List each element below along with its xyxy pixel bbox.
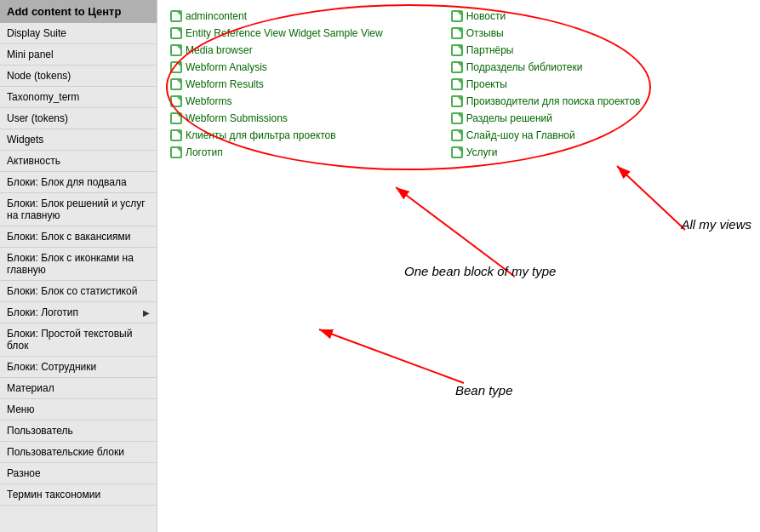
sidebar-item-20[interactable]: Термин таксономии xyxy=(0,484,157,506)
sidebar-item-18[interactable]: Пользовательские блоки xyxy=(0,442,157,463)
content-grid: admincontentEntity Reference View Widget… xyxy=(170,9,747,160)
sidebar-item-label-14: Блоки: Сотрудники xyxy=(7,361,96,373)
item-icon-right-6 xyxy=(451,112,463,124)
sidebar-item-19[interactable]: Разное xyxy=(0,463,157,484)
sidebar: Add content to Центр Display SuiteMini p… xyxy=(0,0,157,532)
item-icon-left-7 xyxy=(170,129,182,141)
sidebar-item-label-10: Блоки: Блок с иконками на главную xyxy=(7,252,150,276)
item-label-left-5: Webforms xyxy=(186,95,231,107)
item-icon-right-5 xyxy=(451,95,463,107)
sidebar-item-label-19: Разное xyxy=(7,467,41,479)
item-icon-right-0 xyxy=(451,10,463,22)
sidebar-item-10[interactable]: Блоки: Блок с иконками на главную xyxy=(0,248,157,281)
sidebar-item-15[interactable]: Материал xyxy=(0,378,157,399)
sidebar-item-9[interactable]: Блоки: Блок с вакансиями xyxy=(0,226,157,248)
sidebar-item-12[interactable]: Блоки: Логотип▶ xyxy=(0,302,157,323)
item-label-right-4: Проекты xyxy=(466,78,507,90)
app-container: Add content to Центр Display SuiteMini p… xyxy=(0,0,760,532)
right-item-0[interactable]: Новости xyxy=(451,9,641,24)
item-icon-right-1 xyxy=(451,27,463,39)
right-item-6[interactable]: Разделы решений xyxy=(451,111,641,126)
sidebar-item-label-17: Пользователь xyxy=(7,425,73,437)
item-label-right-7: Слайд-шоу на Главной xyxy=(466,129,575,141)
sidebar-item-label-15: Материал xyxy=(7,382,54,394)
sidebar-item-label-11: Блоки: Блок со статистикой xyxy=(7,285,137,297)
sidebar-item-3[interactable]: Taxonomy_term xyxy=(0,87,157,108)
item-label-left-7: Клиенты для фильтра проектов xyxy=(186,129,336,141)
sidebar-item-label-4: User (tokens) xyxy=(7,112,68,124)
sidebar-item-11[interactable]: Блоки: Блок со статистикой xyxy=(0,281,157,302)
sidebar-item-label-5: Widgets xyxy=(7,134,43,146)
sidebar-item-label-6: Активность xyxy=(7,155,60,167)
sidebar-header: Add content to Центр xyxy=(0,0,157,23)
item-icon-left-4 xyxy=(170,78,182,90)
sidebar-item-2[interactable]: Node (tokens) xyxy=(0,66,157,87)
right-column: НовостиОтзывыПартнёрыПодразделы библиоте… xyxy=(451,9,641,160)
left-item-3[interactable]: Webform Analysis xyxy=(170,60,383,75)
item-icon-left-2 xyxy=(170,44,182,56)
item-label-right-8: Услуги xyxy=(466,146,498,158)
right-item-3[interactable]: Подразделы библиотеки xyxy=(451,60,641,75)
sidebar-item-label-1: Mini panel xyxy=(7,49,54,60)
item-icon-left-6 xyxy=(170,112,182,124)
left-item-2[interactable]: Media browser xyxy=(170,43,383,58)
left-item-8[interactable]: Логотип xyxy=(170,145,383,160)
left-item-6[interactable]: Webform Submissions xyxy=(170,111,383,126)
sidebar-item-8[interactable]: Блоки: Блок решений и услуг на главную xyxy=(0,193,157,226)
sidebar-item-label-7: Блоки: Блок для подвала xyxy=(7,176,127,188)
sidebar-item-label-20: Термин таксономии xyxy=(7,489,100,501)
item-label-right-5: Производители для поиска проектов xyxy=(466,95,641,107)
item-label-left-1: Entity Reference View Widget Sample View xyxy=(186,27,383,39)
sidebar-item-7[interactable]: Блоки: Блок для подвала xyxy=(0,172,157,193)
sidebar-item-label-3: Taxonomy_term xyxy=(7,91,79,103)
bean-type-label: Bean type xyxy=(455,383,513,398)
item-icon-left-1 xyxy=(170,27,182,39)
one-bean-block-label: One bean block of my type xyxy=(404,264,556,278)
item-icon-left-3 xyxy=(170,61,182,73)
sidebar-item-0[interactable]: Display Suite xyxy=(0,23,157,44)
sidebar-item-14[interactable]: Блоки: Сотрудники xyxy=(0,357,157,378)
all-my-views-label: All my views xyxy=(681,217,751,232)
left-column: admincontentEntity Reference View Widget… xyxy=(170,9,383,160)
item-label-right-1: Отзывы xyxy=(466,27,504,39)
item-label-left-0: admincontent xyxy=(186,10,247,22)
item-label-right-2: Партнёры xyxy=(466,44,514,56)
sidebar-item-16[interactable]: Меню xyxy=(0,399,157,420)
left-item-7[interactable]: Клиенты для фильтра проектов xyxy=(170,128,383,143)
right-item-1[interactable]: Отзывы xyxy=(451,26,641,41)
left-item-4[interactable]: Webform Results xyxy=(170,77,383,92)
item-icon-right-4 xyxy=(451,78,463,90)
sidebar-item-5[interactable]: Widgets xyxy=(0,129,157,151)
item-icon-left-5 xyxy=(170,95,182,107)
sidebar-item-13[interactable]: Блоки: Простой текстовый блок xyxy=(0,323,157,357)
item-label-left-8: Логотип xyxy=(186,146,223,158)
item-icon-left-0 xyxy=(170,10,182,22)
right-item-4[interactable]: Проекты xyxy=(451,77,641,92)
sidebar-item-1[interactable]: Mini panel xyxy=(0,44,157,66)
item-icon-right-7 xyxy=(451,129,463,141)
sidebar-item-label-0: Display Suite xyxy=(7,27,66,39)
right-item-8[interactable]: Услуги xyxy=(451,145,641,160)
right-item-5[interactable]: Производители для поиска проектов xyxy=(451,94,641,109)
left-item-5[interactable]: Webforms xyxy=(170,94,383,109)
main-content: admincontentEntity Reference View Widget… xyxy=(157,0,760,532)
item-label-left-4: Webform Results xyxy=(186,78,264,90)
left-item-0[interactable]: admincontent xyxy=(170,9,383,24)
sidebar-item-label-9: Блоки: Блок с вакансиями xyxy=(7,231,131,243)
left-item-1[interactable]: Entity Reference View Widget Sample View xyxy=(170,26,383,41)
item-label-left-6: Webform Submissions xyxy=(186,112,288,124)
sidebar-item-label-2: Node (tokens) xyxy=(7,70,71,82)
item-icon-right-2 xyxy=(451,44,463,56)
sidebar-item-arrow-12: ▶ xyxy=(143,308,150,317)
svg-line-1 xyxy=(617,166,685,230)
item-label-right-0: Новости xyxy=(466,10,506,22)
right-item-2[interactable]: Партнёры xyxy=(451,43,641,58)
sidebar-item-label-13: Блоки: Простой текстовый блок xyxy=(7,328,150,352)
right-item-7[interactable]: Слайд-шоу на Главной xyxy=(451,128,641,143)
item-label-left-2: Media browser xyxy=(186,44,253,56)
sidebar-item-label-12: Блоки: Логотип xyxy=(7,306,78,318)
sidebar-item-17[interactable]: Пользователь xyxy=(0,420,157,442)
item-icon-right-3 xyxy=(451,61,463,73)
sidebar-item-6[interactable]: Активность xyxy=(0,151,157,172)
sidebar-item-4[interactable]: User (tokens) xyxy=(0,108,157,129)
